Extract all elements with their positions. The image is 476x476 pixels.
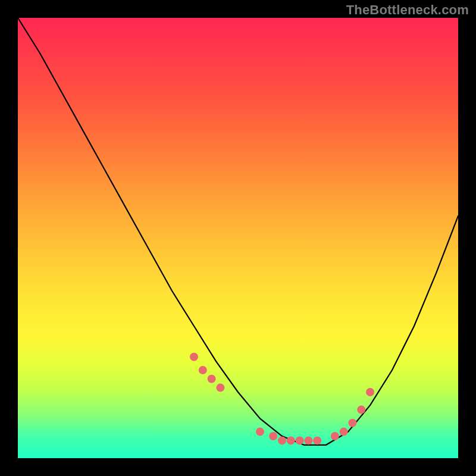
marker-dot: [199, 366, 207, 374]
watermark-text: TheBottleneck.com: [346, 2, 469, 18]
marker-dot: [216, 384, 224, 392]
plot-area: [18, 18, 458, 458]
marker-dot: [287, 436, 295, 444]
marker-dot: [366, 388, 374, 396]
marker-dot: [340, 428, 348, 436]
chart-frame: TheBottleneck.com: [0, 0, 476, 476]
marker-dot: [208, 375, 216, 383]
marker-dot: [331, 432, 339, 440]
curve-svg: [18, 18, 458, 458]
marker-dot: [304, 436, 312, 444]
marker-dot: [278, 436, 286, 444]
marker-dot: [190, 353, 198, 361]
marker-dots: [190, 353, 374, 445]
marker-dot: [296, 436, 304, 444]
marker-dot: [269, 432, 277, 440]
marker-dot: [256, 428, 264, 436]
marker-dot: [357, 406, 365, 414]
marker-dot: [348, 419, 356, 427]
bottleneck-curve: [18, 18, 458, 445]
marker-dot: [313, 436, 321, 444]
